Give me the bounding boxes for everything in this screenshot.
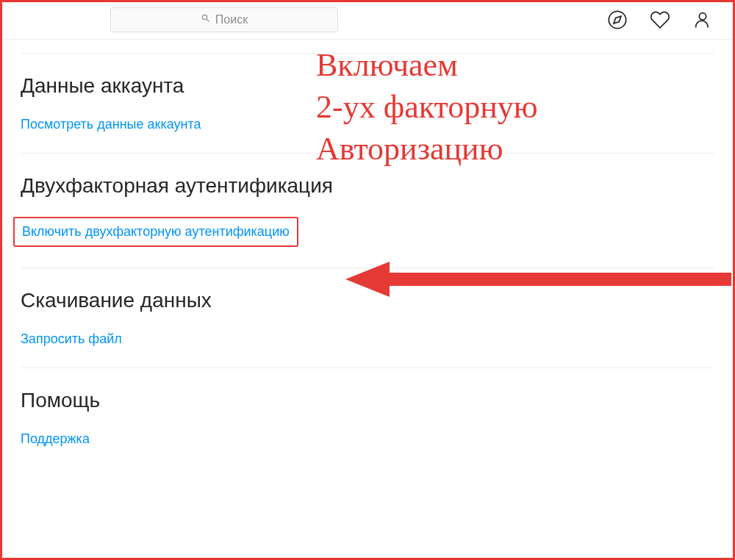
svg-point-2	[699, 12, 706, 19]
search-icon	[201, 13, 211, 26]
svg-marker-1	[614, 16, 621, 24]
link-request-file[interactable]: Запросить файл	[21, 331, 122, 347]
profile-icon[interactable]	[692, 10, 713, 30]
section-two-factor: Двухфакторная аутентификация Включить дв…	[21, 154, 714, 268]
section-help: Помощь Поддержка	[21, 368, 714, 467]
search-placeholder: Поиск	[215, 13, 248, 26]
section-account-data: Данные аккаунта Посмотреть данные аккаун…	[21, 53, 714, 154]
heart-icon[interactable]	[650, 10, 670, 30]
settings-content: Данные аккаунта Посмотреть данные аккаун…	[0, 53, 735, 467]
section-download-data: Скачивание данных Запросить файл	[21, 268, 714, 368]
explore-icon[interactable]	[607, 10, 628, 30]
svg-point-0	[609, 11, 625, 28]
section-title-two-factor: Двухфакторная аутентификация	[21, 174, 714, 198]
link-view-account-data[interactable]: Посмотреть данные аккаунта	[21, 117, 201, 132]
header: Поиск	[0, 0, 735, 40]
link-support[interactable]: Поддержка	[21, 431, 90, 447]
section-title-download: Скачивание данных	[21, 289, 714, 312]
section-title-help: Помощь	[21, 389, 714, 412]
link-enable-two-factor[interactable]: Включить двухфакторную аутентификацию	[13, 217, 298, 247]
search-input[interactable]: Поиск	[110, 7, 338, 32]
section-title-account-data: Данные аккаунта	[21, 74, 714, 98]
